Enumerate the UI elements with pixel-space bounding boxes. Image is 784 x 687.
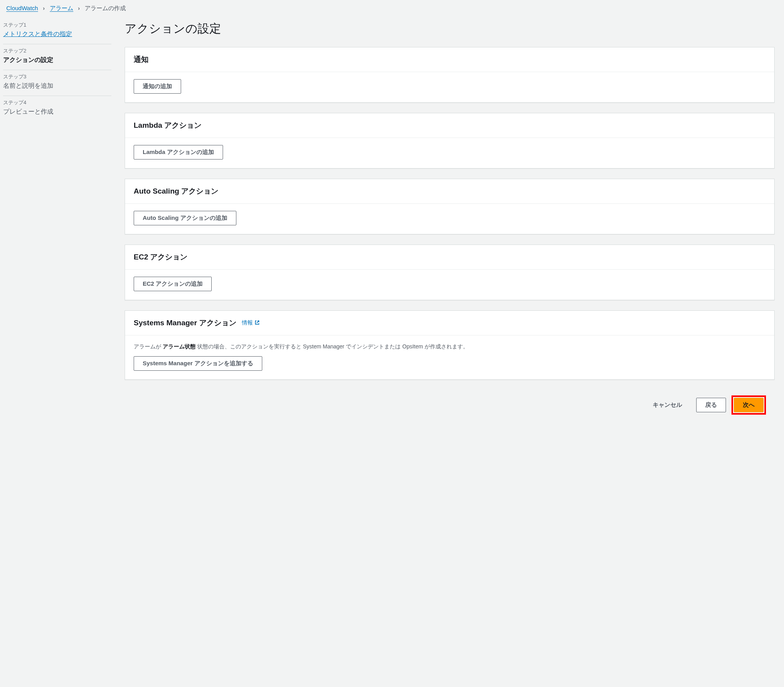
systems-manager-info-link[interactable]: 情報: [242, 319, 260, 326]
ec2-section: EC2 アクション EC2 アクションの追加: [125, 245, 775, 300]
notification-section: 通知 通知の追加: [125, 47, 775, 103]
info-link-label: 情報: [242, 319, 253, 326]
systems-manager-section: Systems Manager アクション 情報: [125, 310, 775, 380]
page-title: アクションの設定: [125, 18, 775, 37]
breadcrumb-cloudwatch[interactable]: CloudWatch: [6, 5, 38, 12]
step-label: ステップ2: [3, 47, 111, 54]
add-systems-manager-action-button[interactable]: Systems Manager アクションを追加する: [134, 356, 262, 371]
next-button-highlight: 次へ: [731, 395, 766, 415]
breadcrumb: CloudWatch › アラーム › アラームの作成: [0, 5, 784, 17]
add-lambda-action-button[interactable]: Lambda アクションの追加: [134, 145, 223, 160]
add-autoscaling-action-button[interactable]: Auto Scaling アクションの追加: [134, 211, 236, 225]
wizard-step-3: ステップ3 名前と説明を追加: [3, 70, 111, 96]
breadcrumb-current: アラームの作成: [85, 5, 126, 11]
notification-section-title: 通知: [125, 47, 774, 72]
external-link-icon: [254, 320, 260, 326]
systems-manager-description: アラームが アラーム状態 状態の場合、このアクションを実行すると System …: [134, 343, 766, 351]
wizard-footer: キャンセル 戻る 次へ: [125, 390, 775, 422]
back-button[interactable]: 戻る: [696, 398, 726, 412]
lambda-section: Lambda アクション Lambda アクションの追加: [125, 113, 775, 169]
chevron-right-icon: ›: [78, 5, 80, 11]
step-label: ステップ4: [3, 99, 111, 106]
step-title: プレビューと作成: [3, 108, 111, 116]
step-title[interactable]: メトリクスと条件の指定: [3, 30, 111, 38]
cancel-button[interactable]: キャンセル: [644, 398, 691, 412]
add-ec2-action-button[interactable]: EC2 アクションの追加: [134, 277, 212, 291]
step-label: ステップ3: [3, 73, 111, 80]
wizard-step-1[interactable]: ステップ1 メトリクスと条件の指定: [3, 18, 111, 44]
chevron-right-icon: ›: [43, 5, 45, 11]
wizard-step-4: ステップ4 プレビューと作成: [3, 96, 111, 121]
systems-manager-section-title: Systems Manager アクション: [134, 318, 236, 328]
step-label: ステップ1: [3, 22, 111, 29]
add-notification-button[interactable]: 通知の追加: [134, 79, 181, 94]
ec2-section-title: EC2 アクション: [125, 245, 774, 270]
lambda-section-title: Lambda アクション: [125, 113, 774, 138]
breadcrumb-alarms[interactable]: アラーム: [50, 5, 73, 12]
wizard-step-2: ステップ2 アクションの設定: [3, 44, 111, 70]
wizard-steps-sidebar: ステップ1 メトリクスと条件の指定 ステップ2 アクションの設定 ステップ3 名…: [0, 17, 118, 687]
next-button[interactable]: 次へ: [734, 398, 764, 412]
step-title: アクションの設定: [3, 56, 111, 64]
autoscaling-section-title: Auto Scaling アクション: [125, 179, 774, 204]
autoscaling-section: Auto Scaling アクション Auto Scaling アクションの追加: [125, 179, 775, 234]
step-title: 名前と説明を追加: [3, 82, 111, 90]
main-content: アクションの設定 通知 通知の追加 Lambda アクション Lambda アク…: [118, 17, 784, 687]
